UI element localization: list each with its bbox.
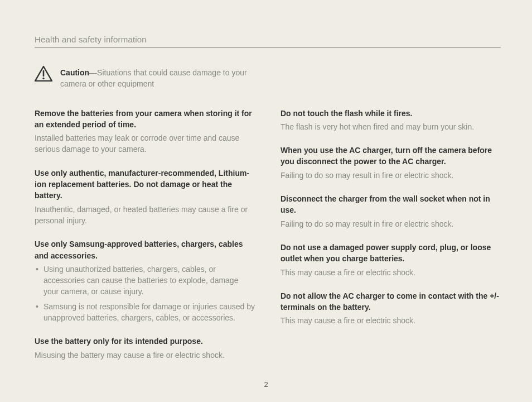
section-body: Inauthentic, damaged, or heated batterie…: [35, 204, 255, 227]
section-heading: Disconnect the charger from the wall soc…: [280, 193, 501, 216]
section-body: Misusing the battery may cause a fire or…: [35, 350, 255, 361]
svg-point-2: [42, 78, 44, 79]
section-body: Failing to do so may result in fire or e…: [280, 218, 501, 229]
section-heading: Use the battery only for its intended pu…: [35, 336, 255, 347]
page-header: Health and safety information: [35, 35, 501, 48]
section-body: This may cause a fire or electric shock.: [280, 267, 501, 278]
section-approved-accessories: Use only Samsung-approved batteries, cha…: [35, 238, 255, 323]
caution-icon: [35, 66, 52, 82]
list-item: Using unauthorized batteries, chargers, …: [35, 264, 255, 298]
section-heading: Do not touch the flash while it fires.: [280, 108, 501, 119]
bullet-list: Using unauthorized batteries, chargers, …: [35, 264, 255, 323]
page-title: Health and safety information: [35, 35, 501, 44]
section-flash: Do not touch the flash while it fires. T…: [280, 108, 501, 133]
caution-text: Caution—Situations that could cause dama…: [60, 66, 255, 90]
section-body: This may cause a fire or electric shock.: [280, 315, 501, 326]
left-column: Remove the batteries from your camera wh…: [35, 108, 255, 373]
caution-label: Caution: [60, 68, 89, 77]
list-item: Samsung is not responsible for damage or…: [35, 301, 255, 324]
caution-callout: Caution—Situations that could cause dama…: [35, 66, 501, 90]
section-heading: Use only Samsung-approved batteries, cha…: [35, 238, 255, 261]
section-body: The flash is very hot when fired and may…: [280, 121, 501, 132]
section-heading: Do not use a damaged power supply cord, …: [280, 242, 501, 265]
section-ac-charger-off: When you use the AC charger, turn off th…: [280, 145, 501, 181]
right-column: Do not touch the flash while it fires. T…: [280, 108, 501, 373]
section-damaged-cord: Do not use a damaged power supply cord, …: [280, 242, 501, 278]
section-body: Failing to do so may result in fire or e…: [280, 170, 501, 181]
section-heading: Use only authentic, manufacturer-recomme…: [35, 168, 255, 202]
section-heading: Remove the batteries from your camera wh…: [35, 108, 255, 131]
section-ac-terminals: Do not allow the AC charger to come in c…: [280, 290, 501, 327]
manual-page: Health and safety information Caution—Si…: [0, 0, 532, 373]
content-columns: Remove the batteries from your camera wh…: [35, 108, 501, 373]
section-disconnect-charger: Disconnect the charger from the wall soc…: [280, 193, 501, 229]
page-number: 2: [0, 380, 532, 389]
section-remove-batteries: Remove the batteries from your camera wh…: [35, 108, 255, 155]
section-authentic-batteries: Use only authentic, manufacturer-recomme…: [35, 168, 255, 226]
section-intended-purpose: Use the battery only for its intended pu…: [35, 336, 255, 361]
section-body: Installed batteries may leak or corrode …: [35, 132, 255, 155]
section-heading: When you use the AC charger, turn off th…: [280, 145, 501, 168]
section-heading: Do not allow the AC charger to come in c…: [280, 290, 501, 313]
